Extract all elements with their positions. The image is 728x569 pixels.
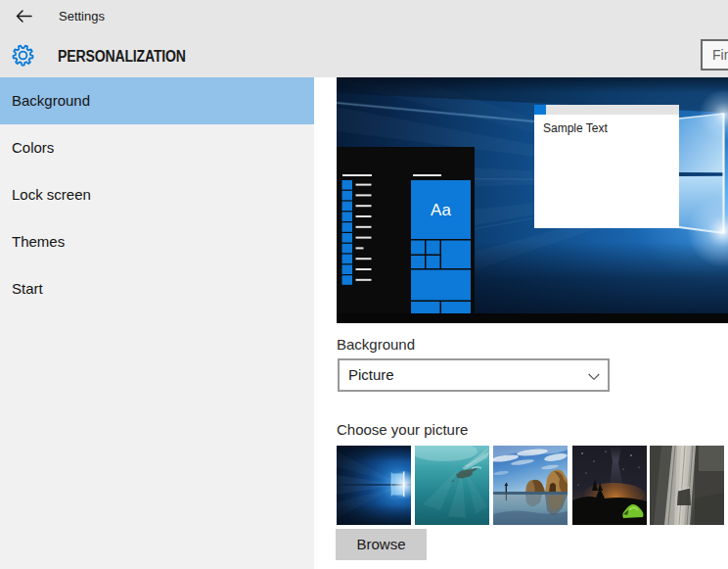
svg-text:Aa: Aa bbox=[431, 201, 451, 219]
